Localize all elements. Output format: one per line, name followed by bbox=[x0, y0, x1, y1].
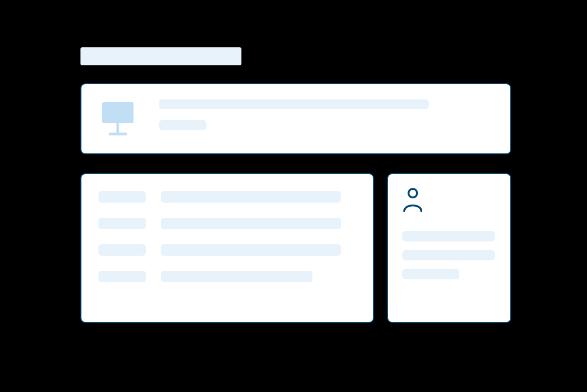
details-label bbox=[98, 191, 146, 203]
details-row bbox=[98, 218, 356, 229]
user-lines bbox=[402, 231, 496, 279]
details-value bbox=[161, 271, 312, 282]
person-icon bbox=[402, 187, 496, 214]
svg-rect-2 bbox=[109, 133, 127, 135]
svg-point-3 bbox=[409, 189, 417, 197]
details-value bbox=[161, 218, 341, 229]
details-label bbox=[98, 218, 146, 229]
page-container bbox=[80, 47, 511, 323]
details-value bbox=[161, 244, 341, 256]
page-title bbox=[80, 47, 241, 65]
lower-row bbox=[80, 173, 511, 323]
user-line bbox=[402, 231, 495, 241]
details-row bbox=[98, 271, 356, 282]
header-card[interactable] bbox=[80, 83, 511, 154]
user-line bbox=[402, 269, 459, 279]
details-label bbox=[98, 271, 146, 282]
header-line-1 bbox=[159, 99, 429, 109]
monitor-icon bbox=[99, 100, 136, 139]
details-row bbox=[98, 244, 356, 256]
details-label bbox=[98, 244, 146, 256]
header-line-2 bbox=[159, 120, 206, 130]
details-card[interactable] bbox=[80, 173, 374, 323]
user-line bbox=[402, 250, 495, 260]
svg-rect-0 bbox=[102, 102, 133, 123]
details-value bbox=[161, 191, 341, 203]
user-card[interactable] bbox=[387, 173, 511, 323]
svg-rect-1 bbox=[116, 123, 119, 134]
header-text bbox=[159, 99, 492, 130]
details-row bbox=[98, 191, 356, 203]
